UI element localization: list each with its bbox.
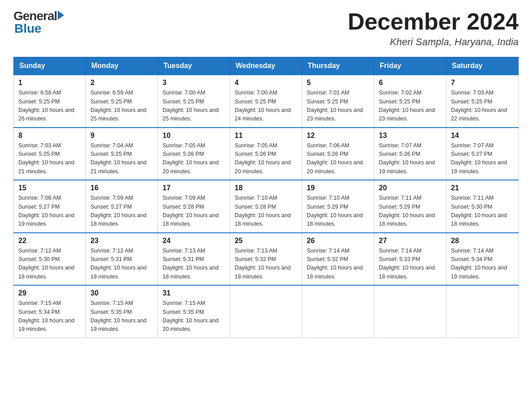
day-info: Sunrise: 7:12 AM Sunset: 5:31 PM Dayligh… xyxy=(90,247,153,282)
logo-blue-text: Blue xyxy=(14,21,42,36)
calendar-cell: 29 Sunrise: 7:15 AM Sunset: 5:34 PM Dayl… xyxy=(14,285,86,338)
day-info: Sunrise: 7:13 AM Sunset: 5:32 PM Dayligh… xyxy=(235,247,297,282)
calendar-cell: 13 Sunrise: 7:07 AM Sunset: 5:26 PM Dayl… xyxy=(374,128,446,180)
calendar-cell: 8 Sunrise: 7:03 AM Sunset: 5:25 PM Dayli… xyxy=(14,128,86,180)
day-info: Sunrise: 7:11 AM Sunset: 5:30 PM Dayligh… xyxy=(451,194,514,229)
day-info: Sunrise: 7:00 AM Sunset: 5:25 PM Dayligh… xyxy=(235,89,297,124)
day-number: 20 xyxy=(379,184,442,192)
calendar-cell: 3 Sunrise: 7:00 AM Sunset: 5:25 PM Dayli… xyxy=(158,75,230,128)
month-title: December 2024 xyxy=(348,9,519,34)
day-info: Sunrise: 7:05 AM Sunset: 5:26 PM Dayligh… xyxy=(163,141,225,176)
calendar-cell xyxy=(230,285,302,338)
day-number: 23 xyxy=(90,237,153,245)
day-info: Sunrise: 7:03 AM Sunset: 5:25 PM Dayligh… xyxy=(451,89,514,124)
day-number: 30 xyxy=(90,289,153,297)
day-number: 15 xyxy=(18,184,81,192)
day-number: 22 xyxy=(18,237,81,245)
day-info: Sunrise: 7:12 AM Sunset: 5:30 PM Dayligh… xyxy=(18,247,81,282)
day-info: Sunrise: 7:01 AM Sunset: 5:25 PM Dayligh… xyxy=(307,89,369,124)
calendar-cell: 9 Sunrise: 7:04 AM Sunset: 5:25 PM Dayli… xyxy=(86,128,158,180)
header-day-thursday: Thursday xyxy=(302,57,374,75)
calendar-cell: 6 Sunrise: 7:02 AM Sunset: 5:25 PM Dayli… xyxy=(374,75,446,128)
day-number: 12 xyxy=(307,132,369,140)
day-number: 14 xyxy=(451,132,514,140)
calendar-cell: 23 Sunrise: 7:12 AM Sunset: 5:31 PM Dayl… xyxy=(86,233,158,286)
day-info: Sunrise: 7:15 AM Sunset: 5:35 PM Dayligh… xyxy=(163,299,225,334)
logo-arrow-icon xyxy=(58,11,64,20)
calendar-cell: 30 Sunrise: 7:15 AM Sunset: 5:35 PM Dayl… xyxy=(86,285,158,338)
day-number: 27 xyxy=(379,237,442,245)
day-info: Sunrise: 6:58 AM Sunset: 5:25 PM Dayligh… xyxy=(18,89,81,124)
day-info: Sunrise: 7:13 AM Sunset: 5:31 PM Dayligh… xyxy=(163,247,225,282)
week-row-4: 22 Sunrise: 7:12 AM Sunset: 5:30 PM Dayl… xyxy=(14,233,519,286)
calendar-cell: 11 Sunrise: 7:05 AM Sunset: 5:26 PM Dayl… xyxy=(230,128,302,180)
day-info: Sunrise: 7:10 AM Sunset: 5:29 PM Dayligh… xyxy=(307,194,369,229)
day-number: 9 xyxy=(90,132,153,140)
calendar-cell: 18 Sunrise: 7:10 AM Sunset: 5:28 PM Dayl… xyxy=(230,180,302,233)
calendar-cell xyxy=(302,285,374,338)
calendar-cell: 25 Sunrise: 7:13 AM Sunset: 5:32 PM Dayl… xyxy=(230,233,302,286)
day-number: 6 xyxy=(379,79,442,87)
day-number: 31 xyxy=(163,289,225,297)
day-number: 2 xyxy=(90,79,153,87)
header-day-saturday: Saturday xyxy=(446,57,519,75)
day-info: Sunrise: 7:07 AM Sunset: 5:26 PM Dayligh… xyxy=(379,141,442,176)
calendar-cell: 1 Sunrise: 6:58 AM Sunset: 5:25 PM Dayli… xyxy=(14,75,86,128)
calendar-cell: 7 Sunrise: 7:03 AM Sunset: 5:25 PM Dayli… xyxy=(446,75,519,128)
calendar-body: 1 Sunrise: 6:58 AM Sunset: 5:25 PM Dayli… xyxy=(14,75,519,338)
day-info: Sunrise: 7:14 AM Sunset: 5:34 PM Dayligh… xyxy=(451,247,514,282)
day-number: 29 xyxy=(18,289,81,297)
day-info: Sunrise: 7:09 AM Sunset: 5:28 PM Dayligh… xyxy=(163,194,225,229)
day-number: 3 xyxy=(163,79,225,87)
day-number: 8 xyxy=(18,132,81,140)
header-day-sunday: Sunday xyxy=(14,57,86,75)
week-row-5: 29 Sunrise: 7:15 AM Sunset: 5:34 PM Dayl… xyxy=(14,285,519,338)
calendar-cell: 20 Sunrise: 7:11 AM Sunset: 5:29 PM Dayl… xyxy=(374,180,446,233)
calendar-cell: 10 Sunrise: 7:05 AM Sunset: 5:26 PM Dayl… xyxy=(158,128,230,180)
day-number: 24 xyxy=(163,237,225,245)
day-info: Sunrise: 7:04 AM Sunset: 5:25 PM Dayligh… xyxy=(90,141,153,176)
day-number: 25 xyxy=(235,237,297,245)
day-number: 16 xyxy=(90,184,153,192)
day-info: Sunrise: 7:08 AM Sunset: 5:27 PM Dayligh… xyxy=(18,194,81,229)
calendar-cell: 16 Sunrise: 7:09 AM Sunset: 5:27 PM Dayl… xyxy=(86,180,158,233)
calendar-cell: 22 Sunrise: 7:12 AM Sunset: 5:30 PM Dayl… xyxy=(14,233,86,286)
page-header: General Blue December 2024 Kheri Sampla,… xyxy=(13,9,519,48)
day-info: Sunrise: 7:00 AM Sunset: 5:25 PM Dayligh… xyxy=(163,89,225,124)
day-info: Sunrise: 7:15 AM Sunset: 5:35 PM Dayligh… xyxy=(90,299,153,334)
day-info: Sunrise: 7:10 AM Sunset: 5:28 PM Dayligh… xyxy=(235,194,297,229)
calendar-cell: 27 Sunrise: 7:14 AM Sunset: 5:33 PM Dayl… xyxy=(374,233,446,286)
day-number: 7 xyxy=(451,79,514,87)
day-number: 28 xyxy=(451,237,514,245)
calendar-cell xyxy=(446,285,519,338)
day-info: Sunrise: 7:07 AM Sunset: 5:27 PM Dayligh… xyxy=(451,141,514,176)
week-row-2: 8 Sunrise: 7:03 AM Sunset: 5:25 PM Dayli… xyxy=(14,128,519,180)
day-info: Sunrise: 7:05 AM Sunset: 5:26 PM Dayligh… xyxy=(235,141,297,176)
day-number: 10 xyxy=(163,132,225,140)
logo: General Blue xyxy=(13,9,64,36)
week-row-3: 15 Sunrise: 7:08 AM Sunset: 5:27 PM Dayl… xyxy=(14,180,519,233)
calendar-cell: 19 Sunrise: 7:10 AM Sunset: 5:29 PM Dayl… xyxy=(302,180,374,233)
day-number: 26 xyxy=(307,237,369,245)
day-info: Sunrise: 7:06 AM Sunset: 5:26 PM Dayligh… xyxy=(307,141,369,176)
day-number: 18 xyxy=(235,184,297,192)
day-info: Sunrise: 7:14 AM Sunset: 5:33 PM Dayligh… xyxy=(379,247,442,282)
title-block: December 2024 Kheri Sampla, Haryana, Ind… xyxy=(348,9,519,48)
day-number: 13 xyxy=(379,132,442,140)
calendar-header: SundayMondayTuesdayWednesdayThursdayFrid… xyxy=(14,57,519,75)
calendar-cell: 21 Sunrise: 7:11 AM Sunset: 5:30 PM Dayl… xyxy=(446,180,519,233)
day-number: 11 xyxy=(235,132,297,140)
day-info: Sunrise: 7:02 AM Sunset: 5:25 PM Dayligh… xyxy=(379,89,442,124)
calendar-cell xyxy=(374,285,446,338)
header-day-friday: Friday xyxy=(374,57,446,75)
calendar-cell: 12 Sunrise: 7:06 AM Sunset: 5:26 PM Dayl… xyxy=(302,128,374,180)
day-info: Sunrise: 7:03 AM Sunset: 5:25 PM Dayligh… xyxy=(18,141,81,176)
day-info: Sunrise: 7:11 AM Sunset: 5:29 PM Dayligh… xyxy=(379,194,442,229)
day-info: Sunrise: 7:15 AM Sunset: 5:34 PM Dayligh… xyxy=(18,299,81,334)
calendar-cell: 24 Sunrise: 7:13 AM Sunset: 5:31 PM Dayl… xyxy=(158,233,230,286)
calendar-cell: 15 Sunrise: 7:08 AM Sunset: 5:27 PM Dayl… xyxy=(14,180,86,233)
header-day-tuesday: Tuesday xyxy=(158,57,230,75)
day-info: Sunrise: 7:14 AM Sunset: 5:32 PM Dayligh… xyxy=(307,247,369,282)
calendar-cell: 4 Sunrise: 7:00 AM Sunset: 5:25 PM Dayli… xyxy=(230,75,302,128)
calendar-cell: 2 Sunrise: 6:59 AM Sunset: 5:25 PM Dayli… xyxy=(86,75,158,128)
